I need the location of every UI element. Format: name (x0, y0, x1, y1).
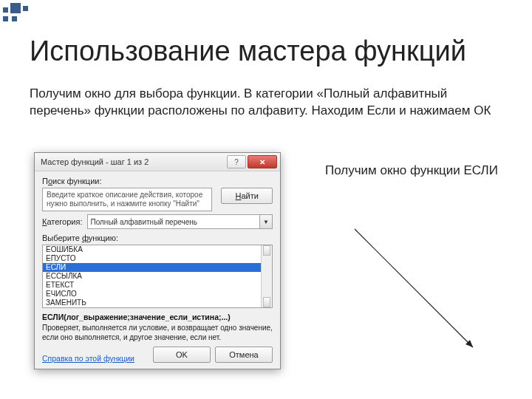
list-item[interactable]: ЗАМЕНИТЬ (43, 299, 272, 307)
side-caption: Получим окно функции ЕСЛИ (325, 163, 498, 180)
help-link[interactable]: Справка по этой функции (42, 354, 134, 363)
list-item-selected[interactable]: ЕСЛИ (43, 263, 272, 272)
chevron-down-icon: ▼ (259, 215, 272, 228)
arrow-line (347, 222, 495, 369)
dialog-title: Мастер функций - шаг 1 из 2 (41, 157, 225, 166)
list-item[interactable]: ЕЧИСЛО (43, 290, 272, 299)
function-listbox[interactable]: ЕОШИБКА ЕПУСТО ЕСЛИ ЕССЫЛКА ЕТЕКСТ ЕЧИСЛ… (42, 245, 273, 308)
scrollbar[interactable] (261, 245, 272, 307)
close-button[interactable]: ✕ (248, 155, 277, 168)
intro-paragraph: Получим окно для выбора функции. В катег… (30, 86, 510, 120)
find-button[interactable]: Найти (221, 188, 273, 204)
ok-button[interactable]: OK (153, 347, 211, 363)
category-value: Полный алфавитный перечень (91, 218, 197, 226)
search-label: Поиск функции: (42, 177, 273, 185)
page-title: Использование мастера функций (30, 35, 510, 67)
category-label: Категория: (42, 217, 83, 226)
select-function-label: Выберите функцию: (42, 233, 273, 242)
function-wizard-dialog: Мастер функций - шаг 1 из 2 ? ✕ Поиск фу… (34, 152, 281, 369)
search-input[interactable]: Введите краткое описание действия, котор… (42, 188, 212, 211)
list-item[interactable]: ЕПУСТО (43, 254, 272, 263)
function-description: Проверяет, выполняется ли условие, и воз… (42, 323, 273, 342)
titlebar: Мастер функций - шаг 1 из 2 ? ✕ (35, 153, 280, 171)
svg-line-0 (355, 229, 473, 347)
function-signature: ЕСЛИ(лог_выражение;значение_если_истина;… (42, 313, 273, 321)
list-item[interactable]: ЕССЫЛКА (43, 272, 272, 281)
list-item[interactable]: ЕОШИБКА (43, 245, 272, 254)
category-select[interactable]: Полный алфавитный перечень ▼ (87, 214, 273, 229)
cancel-button[interactable]: Отмена (215, 347, 273, 363)
help-button[interactable]: ? (227, 155, 246, 168)
list-item[interactable]: ЕТЕКСТ (43, 281, 272, 290)
